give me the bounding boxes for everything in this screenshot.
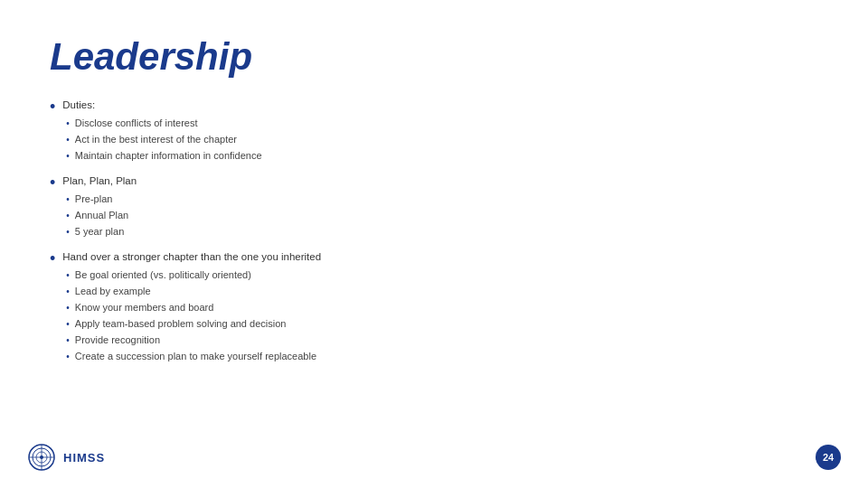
sub-bullet-3-3: • Know your members and board (66, 300, 818, 315)
bullet-3-label: Hand over a stronger chapter than the on… (62, 251, 321, 262)
sub-text-2-2: Annual Plan (75, 208, 128, 223)
sub-text-3-1: Be goal oriented (vs. politically orient… (75, 267, 251, 283)
sub-dot-3-3: • (66, 301, 70, 315)
bullet-3-content: Hand over a stronger chapter than the on… (62, 249, 818, 365)
footer: HIMSS 24 (0, 443, 868, 472)
sub-bullet-1-1: • Disclose conflicts of interest (66, 116, 818, 131)
sub-text-2-1: Pre-plan (75, 192, 113, 207)
page-number: 24 (816, 445, 841, 470)
sub-bullet-1-2: • Act in the best interest of the chapte… (66, 132, 818, 147)
sub-dot-1-2: • (66, 133, 70, 147)
bullet-1-label: Duties: (62, 99, 95, 110)
sub-bullet-3-2: • Lead by example (66, 284, 818, 299)
sub-bullet-2-3: • 5 year plan (66, 224, 818, 239)
sub-text-3-2: Lead by example (75, 284, 151, 299)
sub-text-3-3: Know your members and board (75, 300, 213, 315)
sub-dot-3-6: • (66, 350, 70, 364)
sub-text-1-2: Act in the best interest of the chapter (75, 132, 237, 147)
himss-logo-icon (27, 443, 56, 472)
himss-logo: HIMSS (27, 443, 105, 472)
sub-dot-3-4: • (66, 317, 70, 332)
sub-dot-3-2: • (66, 285, 70, 299)
bullet-1-content: Duties: • Disclose conflicts of interest… (62, 98, 818, 164)
main-bullet-3: • Hand over a stronger chapter than the … (50, 249, 818, 365)
sub-text-1-1: Disclose conflicts of interest (75, 116, 198, 131)
sub-dot-2-1: • (66, 192, 70, 207)
bullet-dot-2: • (50, 174, 55, 193)
sub-bullets-1: • Disclose conflicts of interest • Act i… (66, 116, 818, 164)
page-title: Leadership (50, 36, 818, 78)
sub-dot-1-1: • (66, 117, 70, 131)
sub-dot-1-3: • (66, 149, 70, 164)
sub-text-3-6: Create a succession plan to make yoursel… (75, 349, 316, 364)
bullet-2-content: Plan, Plan, Plan • Pre-plan • Annual Pla… (62, 174, 818, 240)
sub-bullet-1-3: • Maintain chapter information in confid… (66, 148, 818, 164)
bullet-dot-3: • (50, 249, 55, 269)
bullet-2-label: Plan, Plan, Plan (62, 175, 137, 186)
sub-text-3-5: Provide recognition (75, 333, 160, 348)
sub-bullet-3-4: • Apply team-based problem solving and d… (66, 316, 818, 332)
sub-bullet-3-5: • Provide recognition (66, 333, 818, 348)
sub-text-2-3: 5 year plan (75, 224, 124, 239)
sub-bullet-2-1: • Pre-plan (66, 192, 818, 207)
sub-bullets-2: • Pre-plan • Annual Plan • 5 year plan (66, 192, 818, 239)
content-area: • Duties: • Disclose conflicts of intere… (50, 98, 818, 365)
sub-dot-3-1: • (66, 268, 70, 283)
sub-bullet-2-2: • Annual Plan (66, 208, 818, 223)
sub-dot-2-2: • (66, 209, 70, 223)
bullet-dot-1: • (50, 98, 55, 117)
sub-bullet-3-6: • Create a succession plan to make yours… (66, 349, 818, 364)
sub-text-3-4: Apply team-based problem solving and dec… (75, 316, 287, 332)
sub-dot-2-3: • (66, 225, 70, 239)
slide: Leadership • Duties: • Disclose conflict… (0, 0, 868, 488)
main-bullet-2: • Plan, Plan, Plan • Pre-plan • Annual P… (50, 174, 818, 240)
himss-brand-name: HIMSS (63, 451, 105, 465)
sub-dot-3-5: • (66, 333, 70, 348)
sub-bullets-3: • Be goal oriented (vs. politically orie… (66, 267, 818, 364)
sub-bullet-3-1: • Be goal oriented (vs. politically orie… (66, 267, 818, 283)
main-bullet-1: • Duties: • Disclose conflicts of intere… (50, 98, 818, 164)
sub-text-1-3: Maintain chapter information in confiden… (75, 148, 262, 164)
